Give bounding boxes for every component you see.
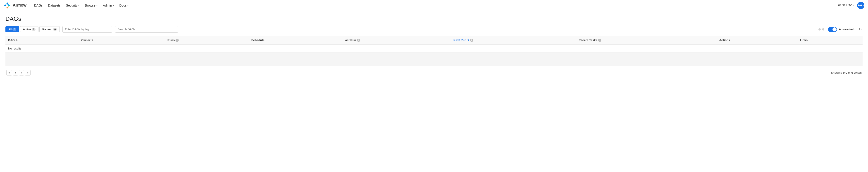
dag-sort-icon[interactable]: ⇅ <box>16 39 18 41</box>
tab-active[interactable]: Active 0 <box>20 26 39 32</box>
col-owner: Owner ⇅ <box>79 36 165 44</box>
navbar-right: 08:32 UTC ▾ AA ▾ <box>838 2 864 9</box>
browse-chevron-icon: ▾ <box>96 4 97 6</box>
time-display[interactable]: 08:32 UTC ▾ <box>838 4 855 7</box>
brand-logo[interactable]: Airflow <box>4 2 27 9</box>
security-chevron-icon: ▾ <box>78 4 80 6</box>
avatar-chevron-icon: ▾ <box>863 4 864 6</box>
nav-item-datasets[interactable]: Datasets <box>46 2 63 9</box>
dot-2 <box>822 28 824 31</box>
nav-menu: DAGs Datasets Security ▾ Browse ▾ Admin … <box>32 2 131 9</box>
col-schedule: Schedule <box>249 36 341 44</box>
svg-point-8 <box>6 4 8 6</box>
showing-text: Showing 0-0 of 0 DAGs <box>831 71 862 74</box>
pagination-next[interactable]: › <box>19 70 24 75</box>
dag-table: DAG ⇅ Owner ⇅ Runs i <box>5 36 863 53</box>
col-actions: Actions <box>716 36 797 44</box>
next-run-sort-icon[interactable]: ⇅ <box>467 39 469 41</box>
docs-chevron-icon: ▾ <box>127 4 128 6</box>
col-recent-tasks: Recent Tasks i <box>576 36 717 44</box>
filter-bar: All 0 Active 0 Paused 0 Auto-refresh <box>5 26 863 33</box>
nav-item-docs[interactable]: Docs ▾ <box>117 2 131 9</box>
pagination-controls: « ‹ › » <box>6 70 31 75</box>
table-header: DAG ⇅ Owner ⇅ Runs i <box>5 36 863 44</box>
nav-item-security[interactable]: Security ▾ <box>64 2 82 9</box>
page-title: DAGs <box>5 15 863 22</box>
refresh-button[interactable]: ↻ <box>858 26 863 32</box>
indicator-dots <box>818 28 824 31</box>
col-last-run: Last Run i <box>341 36 451 44</box>
pagination-prev[interactable]: ‹ <box>13 70 18 75</box>
col-next-run: Next Run ⇅ i <box>451 36 576 44</box>
search-input[interactable] <box>115 26 178 33</box>
col-links: Links <box>797 36 863 44</box>
brand-text: Airflow <box>13 3 27 8</box>
nav-item-browse[interactable]: Browse ▾ <box>83 2 100 9</box>
auto-refresh-switch[interactable] <box>828 27 837 32</box>
time-chevron-icon: ▾ <box>853 4 855 6</box>
dot-1 <box>818 28 821 31</box>
nav-item-admin[interactable]: Admin ▾ <box>101 2 116 9</box>
table-body: No results <box>5 44 863 53</box>
runs-info-icon[interactable]: i <box>176 39 179 42</box>
avatar[interactable]: AA ▾ <box>857 2 864 9</box>
col-runs: Runs i <box>165 36 249 44</box>
no-results-row: No results <box>5 44 863 53</box>
pagination-bar: « ‹ › » Showing 0-0 of 0 DAGs <box>5 67 863 78</box>
next-run-info-icon[interactable]: i <box>470 39 473 42</box>
tab-group: All 0 Active 0 Paused 0 <box>5 26 60 32</box>
col-dag: DAG ⇅ <box>5 36 79 44</box>
last-run-info-icon[interactable]: i <box>357 39 360 42</box>
nav-item-dags[interactable]: DAGs <box>32 2 45 9</box>
admin-chevron-icon: ▾ <box>113 4 114 6</box>
pagination-first[interactable]: « <box>6 70 12 75</box>
auto-refresh-toggle: Auto-refresh <box>828 27 855 32</box>
navbar: Airflow DAGs Datasets Security ▾ Browse … <box>0 0 868 11</box>
empty-state-row <box>5 53 863 66</box>
toggle-knob <box>833 27 837 31</box>
owner-sort-icon[interactable]: ⇅ <box>91 39 93 41</box>
tag-filter-input[interactable] <box>62 26 112 33</box>
pagination-last[interactable]: » <box>25 70 31 75</box>
svg-marker-5 <box>6 6 7 9</box>
tab-paused[interactable]: Paused 0 <box>39 26 60 32</box>
airflow-icon <box>4 2 11 9</box>
main-content: DAGs All 0 Active 0 Paused 0 <box>0 11 868 83</box>
recent-tasks-info-icon[interactable]: i <box>598 39 601 42</box>
tab-all[interactable]: All 0 <box>5 26 19 32</box>
